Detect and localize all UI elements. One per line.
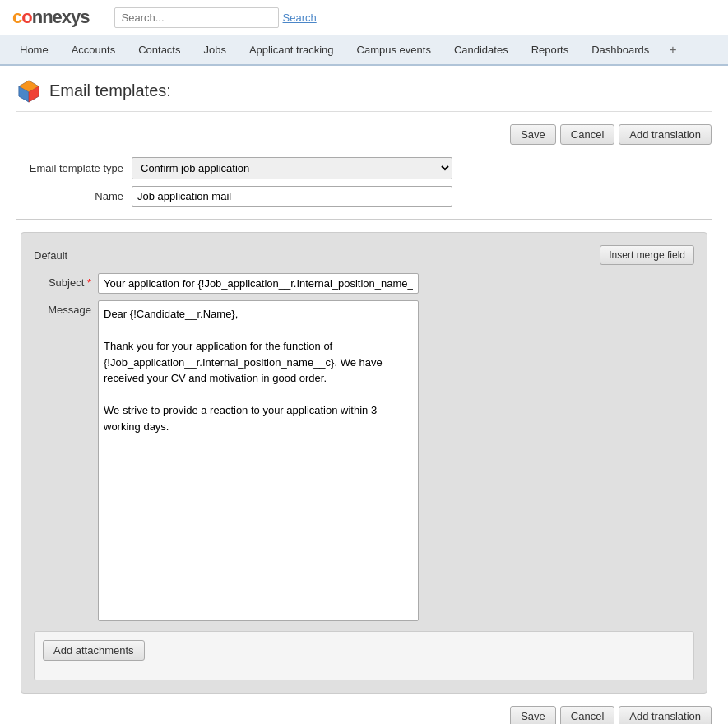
cancel-button-bottom[interactable]: Cancel — [560, 706, 614, 724]
add-translation-button-top[interactable]: Add translation — [619, 124, 712, 145]
nav-item-reports[interactable]: Reports — [520, 35, 581, 66]
logo: connexys — [12, 7, 90, 28]
add-translation-button-bottom[interactable]: Add translation — [619, 706, 712, 724]
top-actions: Save Cancel Add translation — [16, 124, 712, 145]
cancel-button-top[interactable]: Cancel — [560, 124, 614, 145]
nav-item-home[interactable]: Home — [8, 35, 60, 66]
email-template-type-label: Email template type — [16, 162, 132, 174]
divider — [16, 219, 712, 220]
message-row: Message — [34, 300, 694, 621]
editor-header: Default Insert merge field — [34, 245, 694, 265]
attachments-section: Add attachments — [34, 631, 694, 680]
subject-row: Subject — [34, 273, 694, 294]
name-input[interactable] — [132, 186, 452, 207]
editor-panel: Default Insert merge field Subject Messa… — [21, 232, 707, 694]
name-row: Name — [16, 186, 712, 207]
nav-item-applicant-tracking[interactable]: Applicant tracking — [238, 35, 345, 66]
search-container: Search — [114, 7, 317, 28]
header: connexys Search — [0, 0, 728, 35]
save-button-top[interactable]: Save — [510, 124, 556, 145]
nav-item-accounts[interactable]: Accounts — [60, 35, 127, 66]
bottom-actions: Save Cancel Add translation — [16, 706, 712, 724]
editor-fields: Subject Message — [34, 273, 694, 621]
nav-item-dashboards[interactable]: Dashboards — [580, 35, 661, 66]
nav-item-campus-events[interactable]: Campus events — [345, 35, 443, 66]
message-textarea[interactable] — [98, 300, 419, 621]
nav-item-contacts[interactable]: Contacts — [127, 35, 192, 66]
page-title-row: Email templates: — [16, 78, 712, 112]
form-section: Email template type Confirm job applicat… — [16, 157, 712, 207]
search-button[interactable]: Search — [283, 12, 317, 24]
email-template-type-select[interactable]: Confirm job application Rejection email … — [132, 157, 452, 179]
add-attachments-button[interactable]: Add attachments — [43, 640, 145, 661]
subject-input[interactable] — [98, 273, 419, 294]
language-label: Default — [34, 249, 67, 262]
nav-item-jobs[interactable]: Jobs — [192, 35, 237, 66]
search-input[interactable] — [114, 7, 279, 28]
name-label: Name — [16, 190, 132, 202]
page-content: Email templates: Save Cancel Add transla… — [0, 66, 728, 724]
message-label: Message — [34, 300, 91, 316]
nav-plus[interactable]: + — [661, 36, 684, 64]
email-templates-icon — [16, 78, 41, 103]
subject-label: Subject — [34, 273, 91, 289]
email-template-type-row: Email template type Confirm job applicat… — [16, 157, 712, 179]
nav-item-candidates[interactable]: Candidates — [443, 35, 520, 66]
save-button-bottom[interactable]: Save — [510, 706, 556, 724]
insert-merge-field-button[interactable]: Insert merge field — [600, 245, 694, 265]
page-title: Email templates: — [49, 81, 171, 100]
nav: Home Accounts Contacts Jobs Applicant tr… — [0, 35, 728, 66]
